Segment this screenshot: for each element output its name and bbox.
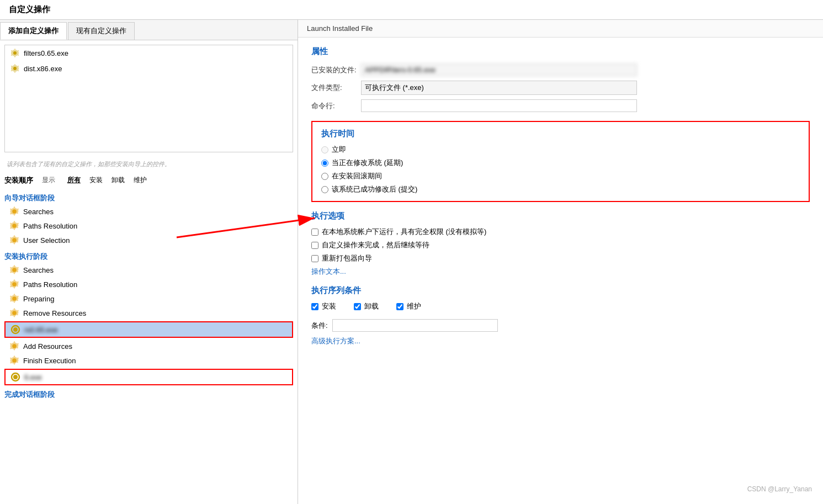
- completion-phase-header: 完成对话框阶段: [4, 388, 293, 401]
- install-paths[interactable]: Paths Resolution: [4, 277, 293, 291]
- wizard-phase: 向导对话框阶段 Searches Paths Resolution: [4, 191, 293, 247]
- prop-file-type-value: 可执行文件 (*.exe): [361, 81, 637, 95]
- list-item-2-name: dist.x86.exe: [24, 65, 62, 73]
- right-panel-header: Launch Installed File: [298, 20, 823, 38]
- gear-icon-2: [9, 63, 20, 74]
- radio-deferred-label: 当正在修改系统 (延期): [332, 158, 403, 168]
- list-hint: 该列表包含了现有的自定义操作，如那些安装向导上的控件。: [0, 157, 298, 172]
- condition-input[interactable]: [332, 319, 498, 332]
- install-searches[interactable]: Searches: [4, 263, 293, 277]
- wizard-paths-label: Paths Resolution: [23, 222, 77, 230]
- checkbox-local-system[interactable]: 在本地系统帐户下运行，具有完全权限 (没有模拟等): [311, 227, 810, 237]
- radio-rollback[interactable]: 在安装回滚期间: [321, 171, 800, 181]
- exec-queue-title: 执行序列条件: [311, 285, 810, 296]
- wizard-searches-label: Searches: [23, 208, 54, 216]
- prop-installed-file-row: 已安装的文件: APPDIR\ters-0.65.exe: [311, 63, 810, 76]
- exec-options-section: 执行选项 在本地系统帐户下运行，具有完全权限 (没有模拟等) 自定义操作来完成，…: [311, 211, 810, 277]
- queue-maintain-label: 维护: [407, 301, 421, 311]
- list-item-1[interactable]: filters0.65.exe: [5, 45, 293, 61]
- install-add-resources-label: Add Resources: [23, 342, 72, 351]
- prop-installed-file-label: 已安装的文件:: [311, 65, 361, 75]
- queue-maintain-checkbox[interactable]: [396, 303, 403, 310]
- prop-cmdline-label: 命令行:: [311, 101, 361, 111]
- condition-label: 条件:: [311, 321, 328, 331]
- gear-icon-ws: [9, 206, 20, 217]
- list-item-2[interactable]: dist.x86.exe: [5, 61, 293, 76]
- main-layout: 添加自定义操作 现有自定义操作 filters0.65.exe: [0, 20, 823, 504]
- selected-item-box-1: rs0.65.exe: [4, 321, 293, 338]
- install-finish-execution[interactable]: Finish Execution: [4, 353, 293, 368]
- main-window: 自定义操作 添加自定义操作 现有自定义操作 filters0.65.: [0, 0, 823, 504]
- checkbox-local-system-input[interactable]: [311, 229, 318, 236]
- exec-queue-section: 执行序列条件 安装 卸载 维护: [311, 285, 810, 346]
- gear-icon-ife: [9, 355, 20, 366]
- wizard-phase-header: 向导对话框阶段: [4, 191, 293, 204]
- checkbox-repack-input[interactable]: [311, 255, 318, 262]
- queue-checkboxes: 安装 卸载 维护: [311, 301, 810, 315]
- radio-commit[interactable]: 该系统已成功修改后 (提交): [321, 184, 800, 194]
- wizard-paths[interactable]: Paths Resolution: [4, 219, 293, 233]
- queue-install-checkbox[interactable]: [311, 303, 318, 310]
- radio-immediate-label: 立即: [332, 145, 346, 155]
- install-order-title-row: 安装顺序 显示 所有 安装 卸载 维护: [4, 172, 293, 189]
- custom-actions-list: filters0.65.exe dist.x86.exe: [4, 45, 293, 152]
- advanced-link[interactable]: 高级执行方案...: [311, 337, 360, 345]
- gear-icon-wp: [9, 220, 20, 231]
- selected-item-box-2: 6.exe: [4, 369, 293, 385]
- queue-install-label: 安装: [322, 301, 336, 311]
- queue-uninstall-item[interactable]: 卸载: [354, 301, 379, 311]
- exec-time-radio-group: 立即 当正在修改系统 (延期) 在安装回滚期间 该系统已成功修改后 (: [321, 145, 800, 194]
- action-text-link[interactable]: 操作文本...: [311, 267, 346, 275]
- tab-existing[interactable]: 现有自定义操作: [68, 22, 135, 40]
- install-searches-label: Searches: [23, 266, 54, 274]
- install-rs065-item[interactable]: rs0.65.exe: [6, 322, 292, 337]
- svg-point-9: [13, 327, 18, 332]
- right-panel: Launch Installed File 属性 已安装的文件: APPDIR\…: [298, 20, 823, 504]
- gear-icon-ipr: [9, 293, 20, 304]
- gear-icon-iar: [9, 341, 20, 352]
- filter-maintain[interactable]: 维护: [130, 175, 150, 185]
- watermark: CSDN @Larry_Yanan: [747, 485, 812, 493]
- exec-options-title: 执行选项: [311, 211, 810, 221]
- gear-icon-irr: [9, 307, 20, 319]
- checkbox-wait[interactable]: 自定义操作来完成，然后继续等待: [311, 240, 810, 250]
- prop-installed-file-value: APPDIR\ters-0.65.exe: [361, 63, 637, 76]
- right-panel-content: 属性 已安装的文件: APPDIR\ters-0.65.exe 文件类型: 可执…: [298, 38, 823, 504]
- gear-icon-is: [9, 264, 20, 275]
- queue-maintain-item[interactable]: 维护: [396, 301, 421, 311]
- filter-all[interactable]: 所有: [64, 175, 84, 185]
- radio-rollback-input[interactable]: [321, 173, 328, 180]
- gear-icon-1: [9, 47, 20, 59]
- condition-row: 条件:: [311, 319, 810, 332]
- install-preparing[interactable]: Preparing: [4, 291, 293, 306]
- radio-deferred[interactable]: 当正在修改系统 (延期): [321, 158, 800, 168]
- radio-deferred-input[interactable]: [321, 160, 328, 167]
- prop-cmdline-input[interactable]: [361, 99, 637, 112]
- radio-immediate-input[interactable]: [321, 146, 328, 153]
- wizard-user-selection[interactable]: User Selection: [4, 233, 293, 247]
- install-rs065-label: rs0.65.exe: [24, 326, 58, 334]
- queue-uninstall-checkbox[interactable]: [354, 303, 361, 310]
- svg-point-13: [13, 375, 18, 379]
- install-6exe-item[interactable]: 6.exe: [6, 370, 292, 384]
- checkbox-repack[interactable]: 重新打包器向导: [311, 253, 810, 263]
- checkbox-repack-label: 重新打包器向导: [322, 253, 372, 263]
- properties-section: 属性 已安装的文件: APPDIR\ters-0.65.exe 文件类型: 可执…: [311, 46, 810, 112]
- prop-cmdline-row: 命令行:: [311, 99, 810, 112]
- tab-add[interactable]: 添加自定义操作: [0, 22, 67, 40]
- install-add-resources[interactable]: Add Resources: [4, 339, 293, 353]
- install-preparing-label: Preparing: [23, 295, 54, 303]
- wizard-searches[interactable]: Searches: [4, 204, 293, 219]
- checkbox-wait-label: 自定义操作来完成，然后继续等待: [322, 240, 429, 250]
- filter-label: 显示: [42, 176, 55, 185]
- install-remove-resources[interactable]: Remove Resources: [4, 306, 293, 320]
- gear-icon-rs065: [10, 324, 21, 335]
- exec-time-title: 执行时间: [321, 129, 800, 139]
- radio-commit-input[interactable]: [321, 186, 328, 193]
- queue-install-item[interactable]: 安装: [311, 301, 336, 311]
- filter-uninstall[interactable]: 卸载: [108, 175, 128, 185]
- checkbox-wait-input[interactable]: [311, 242, 318, 249]
- filter-install[interactable]: 安装: [86, 175, 106, 185]
- radio-immediate[interactable]: 立即: [321, 145, 800, 155]
- tab-bar: 添加自定义操作 现有自定义操作: [0, 20, 298, 40]
